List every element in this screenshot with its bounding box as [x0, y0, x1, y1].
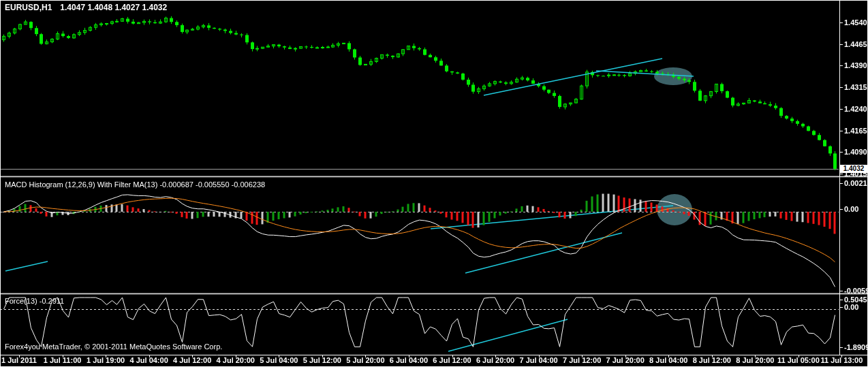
- macd-axis-label: 0.00212: [844, 180, 868, 187]
- time-axis-label: 8 Jul 04:00: [649, 356, 687, 364]
- time-axis-label: 11 Jul 13:00: [821, 356, 863, 364]
- time-axis-label: 1 Jul 19:00: [87, 356, 125, 364]
- time-axis-label: 8 Jul 20:00: [736, 356, 774, 364]
- force-axis-label: -1.8909: [844, 344, 868, 351]
- macd-axis-label: -0.00594: [844, 287, 868, 295]
- price-axis-label: 1.4090: [844, 148, 867, 156]
- price-axis-label: 1.4315: [844, 84, 867, 91]
- chart-title: EURUSD,H1 1.4047 1.4048 1.4027 1.4032: [5, 3, 167, 12]
- time-axis-label: 6 Jul 04:00: [390, 356, 428, 364]
- current-price-badge: 1.4032: [840, 165, 867, 173]
- time-axis-label: 7 Jul 20:00: [606, 356, 645, 364]
- macd-indicator-label: MACD Histogram (12,26,9) With Filter MA(…: [5, 180, 265, 189]
- time-axis-label: 1 Jul 2011: [1, 356, 37, 364]
- time-axis-label: 8 Jul 12:00: [693, 356, 731, 364]
- copyright-notice: Forex4you MetaTrader, © 2001-2011 MetaQu…: [5, 342, 222, 351]
- time-axis-label: 7 Jul 04:00: [519, 356, 557, 364]
- time-axis-label: 4 Jul 12:00: [173, 356, 211, 364]
- price-axis-label: 1.4240: [844, 105, 867, 112]
- metatrader-chart-window: EURUSD,H1 1.4047 1.4048 1.4027 1.4032 MA…: [0, 0, 868, 367]
- time-axis-label: 11 Jul 05:00: [777, 356, 820, 364]
- price-axis-label: 1.4165: [844, 127, 867, 134]
- time-axis-label: 7 Jul 12:00: [563, 356, 601, 364]
- force-indicator-label: Force(13) -0.2911: [5, 297, 64, 305]
- time-axis-label: 5 Jul 20:00: [346, 356, 384, 364]
- time-axis-label: 4 Jul 20:00: [217, 356, 255, 364]
- price-axis-label: 1.4390: [844, 62, 867, 69]
- time-axis-label: 6 Jul 20:00: [476, 356, 514, 364]
- ohlc-quotes: 1.4047 1.4048 1.4027 1.4032: [60, 3, 167, 12]
- time-axis-label: 5 Jul 04:00: [260, 356, 298, 364]
- time-axis-label: 6 Jul 12:00: [433, 356, 471, 364]
- main-price-panel[interactable]: [0, 0, 839, 176]
- time-axis-label: 1 Jul 11:00: [44, 356, 82, 364]
- price-axis-label: 1.4465: [844, 40, 867, 48]
- time-axis-label: 5 Jul 12:00: [303, 356, 341, 364]
- symbol-timeframe-label: EURUSD,H1: [5, 3, 52, 12]
- macd-axis-label: 0.00: [844, 206, 858, 213]
- macd-indicator-panel[interactable]: [0, 178, 839, 293]
- force-axis-label: 0.00: [844, 304, 858, 311]
- price-axis-label: 1.4540: [844, 19, 867, 27]
- time-axis-label: 4 Jul 04:00: [130, 356, 168, 364]
